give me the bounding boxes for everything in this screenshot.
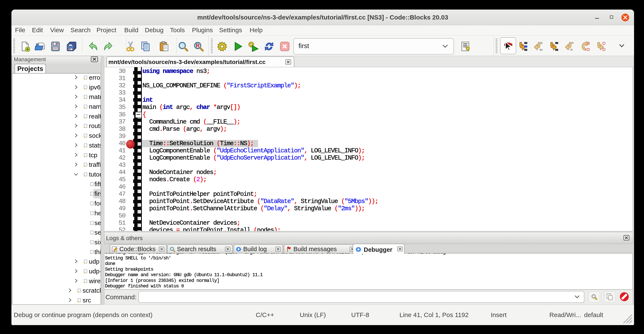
svg-text:R: R xyxy=(196,43,200,49)
